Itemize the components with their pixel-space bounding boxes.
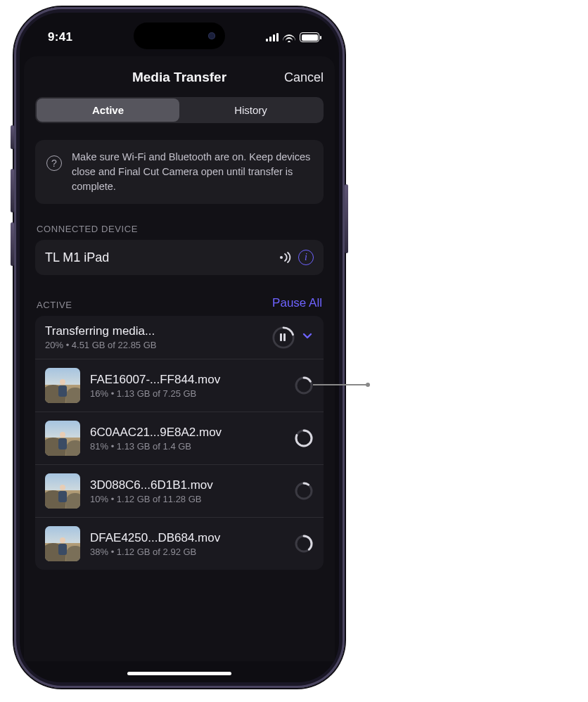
file-progress-icon	[294, 481, 314, 501]
volume-up-button[interactable]	[11, 169, 14, 212]
file-subtitle: 81% • 1.13 GB of 1.4 GB	[90, 441, 284, 452]
connected-device-row[interactable]: TL M1 iPad i	[35, 240, 324, 275]
pause-all-button[interactable]: Pause All	[272, 296, 322, 310]
file-thumbnail	[45, 368, 80, 403]
file-row[interactable]: 3D088C6...6D1B1.mov 10% • 1.12 GB of 11.…	[35, 465, 324, 518]
screen: 9:41 Media Transfer Cancel Active Histor…	[20, 13, 339, 682]
file-row[interactable]: 6C0AAC21...9E8A2.mov 81% • 1.13 GB of 1.…	[35, 412, 324, 465]
home-indicator[interactable]	[127, 672, 231, 675]
dynamic-island	[134, 23, 225, 49]
transfers-list: Transferring media... 20% • 4.51 GB of 2…	[35, 316, 324, 570]
file-name: DFAE4250...DB684.mov	[90, 531, 284, 545]
file-thumbnail	[45, 473, 80, 509]
connected-device-section-label: CONNECTED DEVICE	[37, 224, 322, 234]
file-progress-icon	[294, 376, 314, 395]
file-row[interactable]: DFAE4250...DB684.mov 38% • 1.12 GB of 2.…	[35, 518, 324, 570]
volume-down-button[interactable]	[11, 222, 14, 266]
tab-history[interactable]: History	[179, 98, 322, 122]
nav-bar: Media Transfer Cancel	[35, 66, 324, 89]
airplay-signal-icon	[279, 252, 293, 263]
wifi-icon	[283, 32, 295, 42]
active-section-label: ACTIVE	[37, 300, 72, 310]
file-thumbnail	[45, 421, 80, 456]
chevron-down-icon[interactable]	[301, 329, 314, 345]
file-subtitle: 38% • 1.12 GB of 2.92 GB	[90, 547, 284, 557]
phone-frame: 9:41 Media Transfer Cancel Active Histor…	[14, 7, 345, 688]
info-text: Make sure Wi-Fi and Bluetooth are on. Ke…	[72, 150, 312, 194]
file-name: 6C0AAC21...9E8A2.mov	[90, 426, 284, 440]
status-time: 9:41	[48, 30, 72, 44]
file-progress-icon	[294, 428, 314, 448]
tab-segmented-control: Active History	[35, 97, 324, 123]
file-name: 3D088C6...6D1B1.mov	[90, 478, 284, 492]
summary-subtitle: 20% • 4.51 GB of 22.85 GB	[45, 340, 156, 350]
cancel-button[interactable]: Cancel	[284, 70, 324, 85]
tab-active[interactable]: Active	[37, 98, 179, 122]
silent-switch[interactable]	[11, 125, 14, 149]
help-icon[interactable]: ?	[46, 155, 62, 171]
battery-icon	[300, 32, 319, 42]
file-name: FAE16007-...FF844.mov	[90, 373, 284, 387]
camera-dot-icon	[208, 32, 215, 39]
callout-line	[313, 384, 369, 385]
file-row[interactable]: FAE16007-...FF844.mov 16% • 1.13 GB of 7…	[35, 359, 324, 412]
file-progress-icon	[294, 534, 314, 554]
cellular-signal-icon	[266, 33, 279, 42]
status-bar: 9:41	[20, 13, 339, 52]
file-subtitle: 10% • 1.12 GB of 11.28 GB	[90, 494, 284, 504]
file-thumbnail	[45, 526, 80, 561]
sheet: Media Transfer Cancel Active History ? M…	[24, 56, 335, 661]
device-name: TL M1 iPad	[45, 250, 279, 265]
info-banner: ? Make sure Wi-Fi and Bluetooth are on. …	[35, 140, 324, 204]
svg-point-0	[280, 256, 283, 259]
info-icon[interactable]: i	[298, 250, 314, 265]
page-title: Media Transfer	[132, 70, 226, 85]
svg-point-7	[296, 483, 312, 499]
summary-title: Transferring media...	[45, 324, 156, 338]
file-subtitle: 16% • 1.13 GB of 7.25 GB	[90, 388, 284, 399]
pause-transfer-button[interactable]	[271, 326, 295, 350]
transfer-summary-row[interactable]: Transferring media... 20% • 4.51 GB of 2…	[35, 316, 324, 359]
side-button[interactable]	[345, 184, 348, 253]
